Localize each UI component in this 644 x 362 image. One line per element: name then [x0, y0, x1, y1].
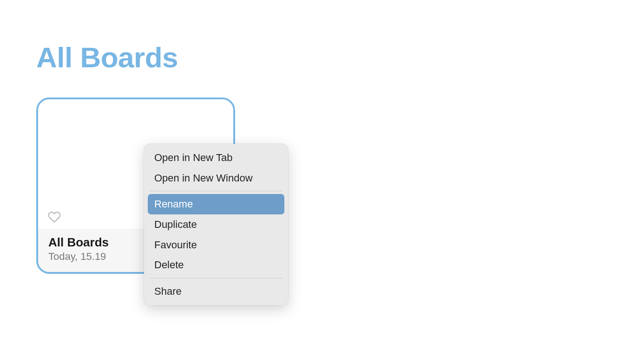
- menu-divider: [150, 191, 283, 191]
- menu-item-favourite[interactable]: Favourite: [148, 235, 284, 255]
- menu-item-share[interactable]: Share: [148, 281, 284, 302]
- page-title: All Boards: [36, 41, 178, 74]
- heart-icon[interactable]: [47, 211, 61, 223]
- menu-item-open-new-window[interactable]: Open in New Window: [148, 168, 284, 188]
- menu-divider: [150, 278, 283, 278]
- context-menu: Open in New Tab Open in New Window Renam…: [144, 144, 288, 305]
- menu-item-duplicate[interactable]: Duplicate: [148, 214, 284, 235]
- menu-item-open-new-tab[interactable]: Open in New Tab: [148, 148, 284, 168]
- menu-item-rename[interactable]: Rename: [148, 194, 284, 214]
- menu-item-delete[interactable]: Delete: [148, 255, 284, 275]
